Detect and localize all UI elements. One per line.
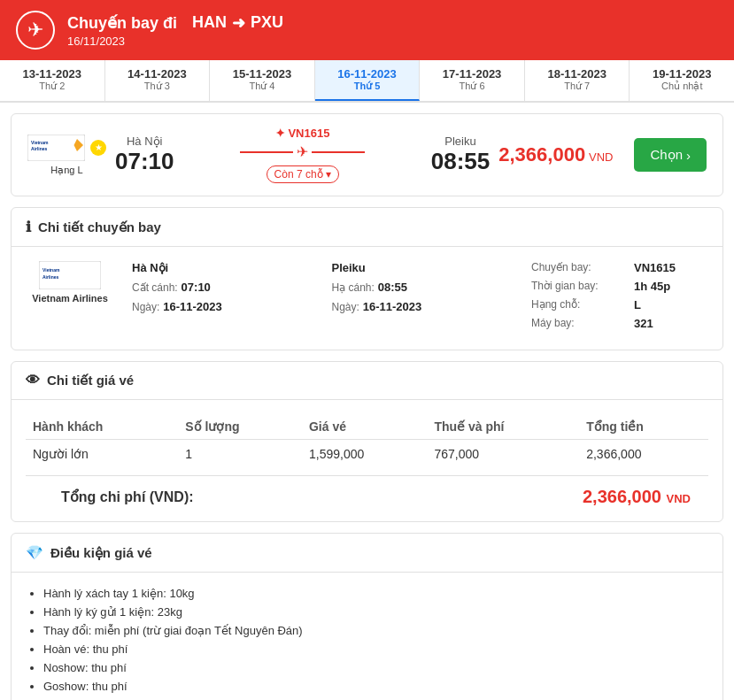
flight-detail-header: ℹ Chi tiết chuyến bay	[12, 208, 722, 247]
arrive-detail-col: Pleiku Hạ cánh: 08:55 Ngày: 16-11-2023	[332, 261, 514, 319]
arrive-city: Pleiku	[431, 135, 491, 148]
header-title-text: Chuyến bay đi	[67, 13, 177, 33]
plane-icon: ✈	[297, 143, 308, 160]
airline-detail-logo: Vietnam Airlines Vietnam Airlines	[26, 261, 114, 304]
detail-class: Hạng chỗ: L	[531, 298, 708, 312]
airline-class: Hạng L	[50, 165, 82, 176]
arrive-block: Pleiku 08:55	[431, 135, 491, 175]
tax-fee: 767,000	[427, 440, 579, 469]
col-total: Tổng tiền	[579, 414, 708, 440]
price-detail-title: Chi tiết giá vé	[47, 373, 134, 388]
date-tab-2[interactable]: 14-11-2023 Thứ 3	[105, 60, 211, 101]
passenger-type: Người lớn	[26, 440, 178, 469]
date-tab-1[interactable]: 13-11-2023 Thứ 2	[0, 60, 105, 101]
date-tab-7-date: 19-11-2023	[633, 67, 730, 81]
date-tab-5-date: 17-11-2023	[423, 67, 521, 81]
date-tab-6-date: 18-11-2023	[529, 67, 626, 81]
condition-item-5: Noshow: thu phí	[43, 661, 708, 674]
arrow-right-icon: ➜	[232, 13, 245, 33]
detail-duration: Thời gian bay: 1h 45p	[531, 280, 708, 293]
airline-logo-block: Vietnam Airlines ★ Hạng L	[27, 135, 106, 176]
condition-item-3: Thay đổi: miễn phí (trừ giai đoạn Tết Ng…	[43, 624, 708, 637]
eye-icon: 👁	[26, 373, 40, 388]
depart-time: 07:10	[115, 148, 174, 175]
date-tab-1-date: 13-11-2023	[4, 67, 101, 81]
date-tab-2-date: 14-11-2023	[109, 67, 206, 81]
condition-item-2: Hành lý ký gửi 1 kiện: 23kg	[43, 605, 708, 619]
header-text-block: Chuyến bay đi HAN ➜ PXU 16/11/2023	[67, 13, 283, 48]
chevron-right-icon: ›	[686, 148, 691, 163]
date-tab-2-day: Thứ 3	[109, 81, 206, 92]
date-tab-6[interactable]: 18-11-2023 Thứ 7	[525, 60, 630, 101]
col-passenger: Hành khách	[26, 414, 178, 440]
date-tab-3[interactable]: 15-11-2023 Thứ 4	[210, 60, 315, 101]
total-currency: VND	[667, 492, 691, 505]
depart-detail-city: Hà Nội	[132, 261, 314, 274]
depart-city: Hà Nội	[115, 135, 174, 148]
line-right	[312, 151, 365, 153]
flight-detail-section: ℹ Chi tiết chuyến bay Vietnam Airlines V…	[11, 207, 723, 350]
total-value: 2,366,000 VND	[583, 487, 691, 507]
depart-detail-time: Cất cánh: 07:10	[132, 280, 314, 294]
conditions-body: Hành lý xách tay 1 kiện: 10kg Hành lý ký…	[12, 573, 722, 700]
conditions-list: Hành lý xách tay 1 kiện: 10kg Hành lý ký…	[26, 587, 708, 693]
flight-detail-body: Vietnam Airlines Vietnam Airlines Hà Nội…	[12, 247, 722, 350]
conditions-section: 💎 Điều kiện giá vé Hành lý xách tay 1 ki…	[11, 533, 723, 700]
svg-text:Airlines: Airlines	[31, 146, 48, 151]
row-total: 2,366,000	[579, 440, 708, 469]
depart-detail-col: Hà Nội Cất cánh: 07:10 Ngày: 16-11-2023	[132, 261, 314, 319]
airline-icon: ✈	[16, 11, 55, 50]
condition-item-6: Goshow: thu phí	[43, 680, 708, 693]
price-currency: VND	[589, 150, 613, 164]
vietnam-airlines-logo: Vietnam Airlines	[27, 135, 85, 161]
condition-item-4: Hoàn vé: thu phí	[43, 642, 708, 656]
depart-block: Hà Nội 07:10	[115, 135, 174, 175]
detail-plane: Máy bay: 321	[531, 317, 708, 330]
va-detail-logo: Vietnam Airlines	[39, 261, 101, 289]
flight-number: ✦ VN1615	[194, 127, 412, 140]
date-tab-6-day: Thứ 7	[529, 81, 626, 92]
svg-text:Vietnam: Vietnam	[31, 140, 49, 145]
price-table: Hành khách Số lượng Giá vé Thuế và phí T…	[26, 414, 708, 468]
svg-text:Airlines: Airlines	[42, 274, 59, 280]
price-block: 2,366,000 VND	[498, 143, 613, 166]
date-tab-5-day: Thứ 6	[423, 81, 521, 92]
choose-label: Chọn	[650, 147, 683, 163]
info-icon: ℹ	[26, 219, 31, 235]
date-tab-5[interactable]: 17-11-2023 Thứ 6	[420, 60, 525, 101]
date-tab-4[interactable]: 16-11-2023 Thứ 5	[315, 60, 421, 101]
choose-button[interactable]: Chọn ›	[634, 138, 707, 172]
diamond-icon: 💎	[26, 544, 43, 561]
depart-detail-date: Ngày: 16-11-2023	[132, 299, 314, 313]
date-tab-7-day: Chủ nhật	[633, 81, 730, 92]
line-left	[240, 151, 293, 153]
header-date: 16/11/2023	[67, 35, 283, 48]
date-tab-4-day: Thứ 5	[319, 81, 416, 92]
price-detail-section: 👁 Chi tiết giá vé Hành khách Số lượng Gi…	[11, 361, 723, 522]
total-label: Tổng chi phí (VND):	[61, 488, 194, 505]
arrive-detail-time: Hạ cánh: 08:55	[332, 280, 514, 294]
date-tab-7[interactable]: 19-11-2023 Chủ nhật	[630, 60, 734, 101]
header-title: Chuyến bay đi HAN ➜ PXU	[67, 13, 283, 33]
total-row: Tổng chi phí (VND): 2,366,000 VND	[26, 475, 708, 507]
date-tab-4-date: 16-11-2023	[319, 67, 416, 81]
condition-item-1: Hành lý xách tay 1 kiện: 10kg	[43, 587, 708, 600]
ticket-price: 1,599,000	[302, 440, 428, 469]
col-ticket-price: Giá vé	[302, 414, 428, 440]
arrive-detail-date: Ngày: 16-11-2023	[332, 299, 514, 313]
date-tab-1-day: Thứ 2	[4, 81, 101, 92]
price-detail-body: Hành khách Số lượng Giá vé Thuế và phí T…	[12, 400, 722, 521]
svg-text:Vietnam: Vietnam	[42, 267, 60, 273]
arrive-time: 08:55	[431, 148, 491, 175]
passenger-qty: 1	[178, 440, 302, 469]
chevron-down-icon: ▾	[326, 168, 331, 181]
route-to: PXU	[251, 13, 283, 32]
detail-flight-number: Chuyến bay: VN1615	[531, 261, 708, 274]
route-from: HAN	[192, 13, 227, 32]
date-tabs: 13-11-2023 Thứ 2 14-11-2023 Thứ 3 15-11-…	[0, 60, 734, 103]
date-tab-3-day: Thứ 4	[213, 81, 311, 92]
price-detail-header: 👁 Chi tiết giá vé	[12, 362, 722, 400]
flight-middle: ✦ VN1615 ✈ Còn 7 chỗ ▾	[183, 127, 422, 183]
star-badge: ★	[90, 140, 106, 156]
seats-badge[interactable]: Còn 7 chỗ ▾	[267, 165, 339, 183]
